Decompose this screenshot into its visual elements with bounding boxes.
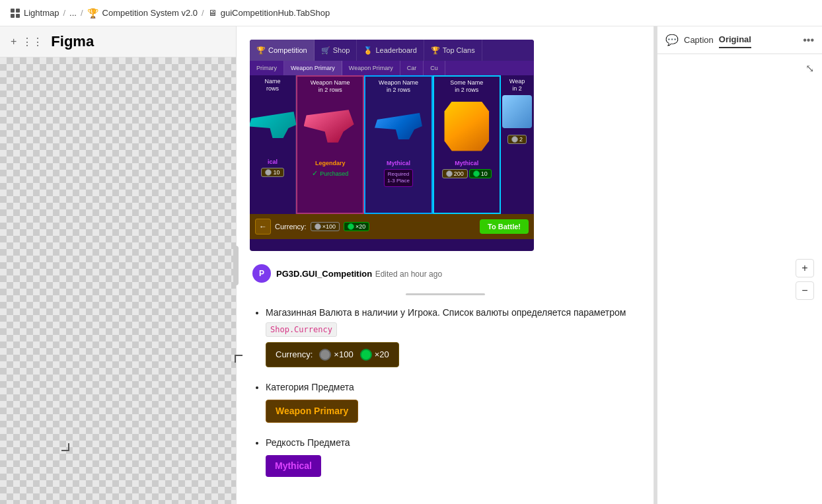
zoom-in-button[interactable]: + <box>796 259 814 277</box>
item-1-image <box>250 95 303 155</box>
breadcrumb-ellipsis[interactable]: ... <box>69 8 77 18</box>
currency-val-1: ×100 <box>334 348 353 361</box>
cat-weapon-primary-2[interactable]: Weapon Primary <box>342 61 400 75</box>
item-5-image <box>502 95 532 128</box>
shop-item-1[interactable]: Namerows ical 10 <box>250 75 296 214</box>
back-button[interactable]: ← <box>255 219 271 234</box>
left-panel: + ⋮⋮ Figma <box>0 26 237 504</box>
main-layout: + ⋮⋮ Figma 🏆 Competition 🛒 <box>0 26 822 504</box>
more-button[interactable]: ••• <box>803 34 814 46</box>
left-toolbar: + ⋮⋮ Figma <box>0 26 236 57</box>
breadcrumb-app[interactable]: Lightmap <box>24 8 59 18</box>
tab-shop-label: Shop <box>333 46 350 54</box>
currency-item-1: ×100 <box>319 348 353 361</box>
item-2-action: ✓ Purchased <box>299 169 361 178</box>
bullet-list: Магазинная Валюта в наличии у Игрока. Сп… <box>252 306 638 477</box>
item-1-coin-badge: 10 <box>261 168 283 177</box>
item-4-coin1-badge: 200 <box>442 169 468 178</box>
item-3-action: Required1-3 Place <box>367 169 430 187</box>
game-tabs: 🏆 Competition 🛒 Shop 🏅 Leaderboard 🏆 Top… <box>250 40 534 61</box>
figma-title: Figma <box>51 33 94 50</box>
author-name: PG3D.GUI_Competition <box>276 269 372 279</box>
shop-categories: Primary Weapon Primary Weapon Primary Ca… <box>250 61 534 75</box>
tab-competition[interactable]: 🏆 Competition <box>250 40 315 61</box>
coin-icon-gray <box>265 169 272 176</box>
right-panel-header: 💬 Caption Original ••• <box>657 26 822 54</box>
item-4-action: 200 10 <box>435 169 498 178</box>
coin-icon-gray-4 <box>446 170 453 177</box>
content-scroll: P PG3D.GUI_Competition Edited an hour ag… <box>237 251 654 504</box>
purchased-badge: ✓ Purchased <box>312 169 348 178</box>
shop-item-5[interactable]: Weapin 2 2 <box>501 75 534 214</box>
zoom-controls: + − <box>796 259 814 300</box>
caption-tab[interactable]: Caption <box>684 32 714 48</box>
cat-car[interactable]: Car <box>400 61 424 75</box>
item-5-coin-badge: 2 <box>507 135 527 144</box>
item-1-rarity: ical <box>268 159 278 165</box>
shop-item-4[interactable]: Some Namein 2 rows Mythical 200 <box>433 75 501 214</box>
purchased-label: Purchased <box>320 170 348 177</box>
breadcrumb-file[interactable]: guiCompetitionHub.TabShop <box>221 8 330 18</box>
cat-weapon-primary-1[interactable]: Weapon Primary <box>284 61 342 75</box>
bullet-1-text: Магазинная Валюта в наличии у Игрока. Сп… <box>266 307 626 318</box>
bullet-item-2: Категория Предмета Weapon Primary <box>266 380 638 423</box>
breadcrumb-file-icon: 🖥 <box>208 8 217 18</box>
currency-icon-green <box>360 349 372 361</box>
item-3-name: Weapon Namein 2 rows <box>379 79 418 94</box>
resize-handle-br[interactable] <box>61 443 69 451</box>
divider <box>406 293 485 295</box>
bullet-item-1: Магазинная Валюта в наличии у Игрока. Сп… <box>266 306 638 367</box>
panel-resize-handle[interactable] <box>233 246 239 285</box>
mythical-badge: Mythical <box>266 455 321 477</box>
right-panel: 💬 Caption Original ••• ⤡ + − <box>657 26 822 504</box>
item-5-name: Weapin 2 <box>509 78 525 92</box>
author-line: P PG3D.GUI_Competition Edited an hour ag… <box>252 264 638 283</box>
currency-label: Currency: <box>275 223 307 231</box>
app-grid-icon <box>11 9 20 18</box>
currency-display: Currency: ×100 ×20 <box>275 222 476 231</box>
shop-item-2[interactable]: Weapon Namein 2 rows Legendary ✓ Purchas… <box>296 75 364 214</box>
original-tab[interactable]: Original <box>719 32 751 48</box>
required-badge: Required1-3 Place <box>384 169 413 187</box>
mech-yellow-icon <box>442 102 492 151</box>
currency-block-label: Currency: <box>276 348 313 361</box>
breadcrumb-trophy-icon: 🏆 <box>87 8 98 18</box>
bottom-coin2-value: ×20 <box>355 223 365 230</box>
tab-competition-icon: 🏆 <box>256 46 266 55</box>
add-icon[interactable]: + <box>11 36 17 48</box>
tab-shop[interactable]: 🛒 Shop <box>315 40 357 61</box>
checkmark-icon: ✓ <box>312 169 318 178</box>
resize-handle-tl[interactable] <box>235 355 243 363</box>
to-battle-button[interactable]: To Battle! <box>480 219 529 234</box>
bullet-2-text: Категория Предмета <box>266 382 354 392</box>
breadcrumb-project[interactable]: Competition System v2.0 <box>102 8 198 18</box>
collapse-button[interactable]: ⤡ <box>805 62 814 75</box>
tab-leaderboard-label: Leaderboard <box>375 46 416 54</box>
item-3-rarity: Mythical <box>387 160 410 166</box>
zoom-out-button[interactable]: − <box>796 281 814 300</box>
item-2-name: Weapon Namein 2 rows <box>311 79 350 94</box>
breadcrumb-sep2: / <box>81 8 83 18</box>
bottom-coin1-value: ×100 <box>322 223 336 230</box>
item-2-rarity: Legendary <box>315 160 346 166</box>
currency-val-2: ×20 <box>375 348 389 361</box>
tab-top-clans-icon: 🏆 <box>431 46 440 55</box>
shop-item-3[interactable]: Weapon Namein 2 rows Mythical Required1-… <box>364 75 432 214</box>
cat-cu[interactable]: Cu <box>424 61 445 75</box>
gun-pink-icon <box>304 108 357 145</box>
item-4-rarity: Mythical <box>455 160 478 166</box>
cat-primary[interactable]: Primary <box>250 61 284 75</box>
gun-teal-icon <box>250 108 299 141</box>
shop-currency-tag: Shop.Currency <box>266 322 337 337</box>
tab-top-clans[interactable]: 🏆 Top Clans <box>424 40 482 61</box>
tab-leaderboard[interactable]: 🏅 Leaderboard <box>357 40 424 61</box>
right-content: ⤡ + − <box>657 54 822 504</box>
author-avatar: P <box>252 264 271 283</box>
tab-top-clans-label: Top Clans <box>443 46 475 54</box>
coin-icon-green-4 <box>473 170 480 177</box>
item-5-action: 2 <box>502 135 532 144</box>
tab-leaderboard-icon: 🏅 <box>363 46 373 55</box>
canvas-area <box>0 57 236 504</box>
grid-icon[interactable]: ⋮⋮ <box>22 36 43 48</box>
weapon-primary-badge: Weapon Primary <box>266 400 358 423</box>
